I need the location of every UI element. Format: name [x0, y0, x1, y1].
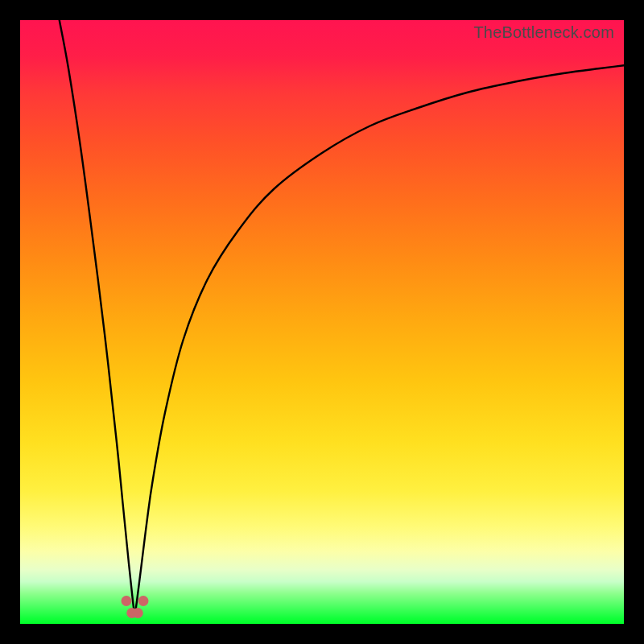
curve-layer: [20, 20, 624, 624]
chart-frame: TheBottleneck.com: [0, 0, 644, 644]
curve-left-branch: [60, 20, 135, 615]
curve-right-branch: [135, 65, 625, 615]
notch-marker: [138, 596, 149, 606]
watermark-text: TheBottleneck.com: [473, 23, 614, 42]
plot-area: TheBottleneck.com: [20, 20, 624, 624]
notch-markers: [122, 596, 149, 618]
notch-marker: [122, 596, 132, 606]
notch-marker: [133, 608, 143, 618]
